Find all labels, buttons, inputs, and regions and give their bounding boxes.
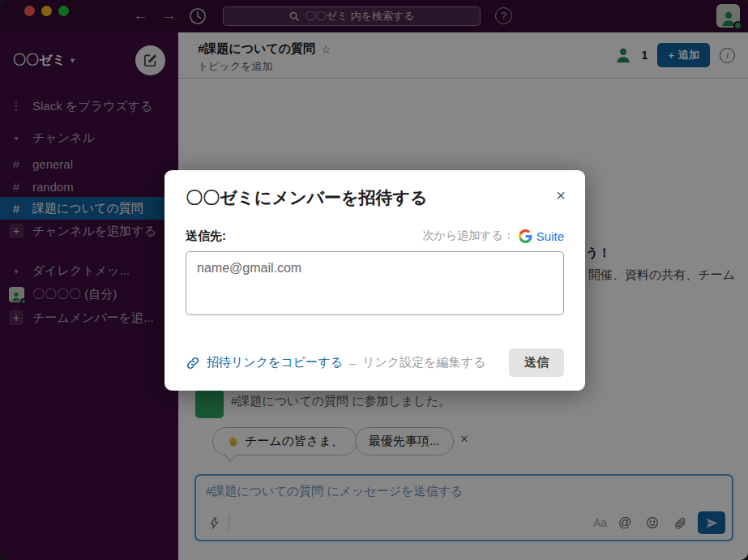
google-g-icon — [519, 229, 532, 243]
modal-title: 〇〇ゼミにメンバーを招待する — [186, 188, 427, 207]
invite-email-input[interactable] — [186, 251, 564, 315]
copy-invite-link[interactable]: 招待リンクをコピーする — [207, 355, 343, 370]
recipient-label: 送信先: — [186, 229, 226, 244]
link-chain-icon — [186, 356, 200, 370]
close-icon[interactable]: × — [556, 187, 566, 203]
separator: – — [349, 356, 356, 370]
add-from-label: 次から追加する： — [422, 229, 514, 243]
slack-window: ← → 〇〇ゼミ 内を検索する ? 〇〇ゼミ ▾ ⋮ Slack をブラウズする — [0, 0, 748, 560]
gsuite-link[interactable]: Suite — [536, 229, 564, 243]
send-invite-button[interactable]: 送信 — [509, 348, 564, 377]
invite-members-modal: 〇〇ゼミにメンバーを招待する × 送信先: 次から追加する： Suite 招待リ… — [165, 170, 585, 391]
edit-link-settings[interactable]: リンク設定を編集する — [362, 355, 485, 370]
